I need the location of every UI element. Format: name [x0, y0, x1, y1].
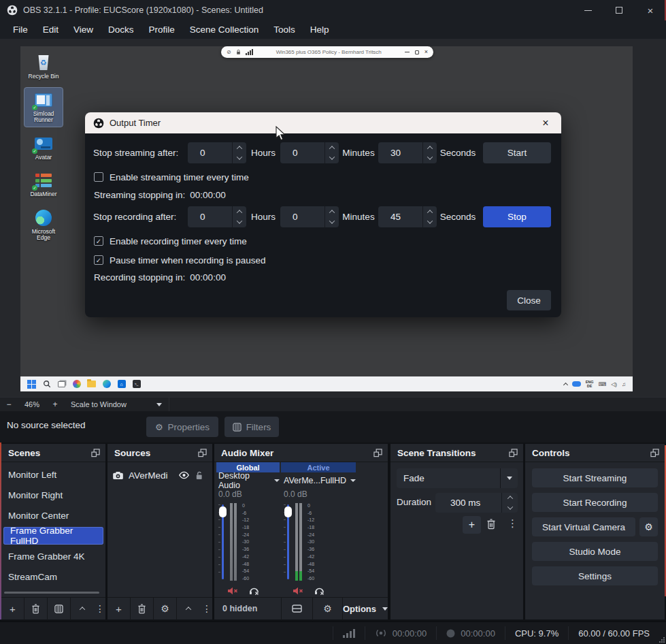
- edge-taskbar-icon[interactable]: [102, 380, 111, 389]
- scene-item[interactable]: Monitor Center: [1, 505, 105, 526]
- scenes-more-menu[interactable]: ⋮: [95, 603, 105, 614]
- language-indicator[interactable]: ENG DE: [586, 380, 594, 388]
- file-explorer-icon[interactable]: [87, 380, 96, 389]
- notifications-icon[interactable]: ♫: [622, 381, 626, 387]
- volume-slider[interactable]: [218, 503, 227, 581]
- volume-slider[interactable]: [284, 503, 293, 581]
- start-virtual-camera-button[interactable]: Start Virtual Camera: [532, 517, 635, 536]
- scale-mode-dropdown[interactable]: Scale to Window: [64, 398, 169, 411]
- menu-edit[interactable]: Edit: [35, 25, 66, 35]
- enable-streaming-timer-row[interactable]: Enable streaming timer every time: [94, 172, 249, 182]
- close-button[interactable]: ×: [635, 0, 666, 20]
- app-icon-colorful[interactable]: [72, 380, 81, 389]
- terminal-icon[interactable]: >_: [132, 380, 141, 389]
- search-icon[interactable]: [42, 380, 51, 389]
- stream-hours-spinbox[interactable]: 0: [188, 142, 246, 163]
- pill-close-icon[interactable]: ×: [424, 49, 428, 55]
- unlock-icon[interactable]: [195, 471, 203, 480]
- scene-filters-button[interactable]: [48, 598, 71, 620]
- stream-minutes-spinbox[interactable]: 0: [280, 142, 339, 163]
- properties-button[interactable]: ⚙ Properties: [146, 417, 218, 437]
- source-properties-button[interactable]: ⚙: [154, 598, 177, 620]
- desktop-icon-avatar[interactable]: ✓ Avatar: [24, 131, 63, 164]
- settings-button[interactable]: Settings: [532, 566, 658, 585]
- mute-speaker-icon[interactable]: [293, 587, 303, 595]
- record-seconds-spinbox[interactable]: 45: [378, 206, 437, 227]
- popout-icon[interactable]: [509, 449, 518, 457]
- pill-minimize-icon[interactable]: [405, 52, 410, 52]
- mixer-channel-name[interactable]: AVerMe...FullHD: [284, 475, 354, 486]
- desktop-icon-simload-runner[interactable]: ✓ Simload Runner: [24, 88, 63, 127]
- source-item[interactable]: AVerMedi: [107, 465, 212, 485]
- desktop-icon-edge[interactable]: Microsoft Edge: [24, 206, 63, 244]
- start-button-icon[interactable]: [27, 380, 36, 389]
- scene-item[interactable]: Monitor Right: [1, 485, 105, 505]
- advanced-audio-button[interactable]: ⚙: [313, 598, 343, 620]
- zoom-in-button[interactable]: +: [46, 400, 64, 409]
- spin-arrows[interactable]: [232, 206, 246, 227]
- scene-item[interactable]: StreamCam: [1, 566, 105, 587]
- dialog-titlebar[interactable]: Output Timer ×: [85, 112, 561, 133]
- spin-arrows[interactable]: [324, 142, 339, 163]
- menu-docks[interactable]: Docks: [101, 25, 141, 35]
- dialog-close-button[interactable]: Close: [507, 290, 551, 310]
- stream-seconds-spinbox[interactable]: 30: [378, 142, 437, 163]
- dialog-close-icon[interactable]: ×: [538, 117, 553, 129]
- checkbox-checked[interactable]: ✓: [94, 236, 103, 246]
- start-recording-button[interactable]: Start Recording: [532, 493, 658, 512]
- scene-item[interactable]: Monitor Left: [1, 464, 105, 485]
- desktop-icon-dataminer[interactable]: ✓ DataMiner: [24, 168, 63, 201]
- onedrive-cloud-icon[interactable]: [572, 381, 581, 387]
- pill-restore-icon[interactable]: [415, 50, 419, 54]
- menu-profile[interactable]: Profile: [141, 25, 182, 35]
- add-scene-button[interactable]: +: [1, 598, 24, 620]
- menu-file[interactable]: File: [5, 25, 35, 35]
- tray-chevron-icon[interactable]: [563, 382, 568, 387]
- scene-item[interactable]: Frame Grabber 4K: [1, 546, 105, 566]
- checkbox-unchecked[interactable]: [94, 172, 103, 182]
- scene-item-selected[interactable]: Frame Grabber FullHD: [3, 527, 103, 545]
- duration-spinbox[interactable]: 300 ms: [435, 493, 518, 513]
- add-transition-button[interactable]: +: [463, 516, 481, 534]
- studio-mode-button[interactable]: Studio Mode: [532, 542, 658, 561]
- pause-timer-row[interactable]: ✓ Pause timer when recording is paused: [94, 255, 266, 265]
- zoom-out-button[interactable]: −: [0, 400, 18, 409]
- slider-handle[interactable]: [219, 506, 227, 517]
- resize-grip[interactable]: [659, 637, 665, 643]
- popout-icon[interactable]: [91, 449, 100, 457]
- mute-speaker-icon[interactable]: [227, 587, 238, 595]
- spin-arrows[interactable]: [422, 142, 437, 163]
- store-icon[interactable]: ⌂: [117, 380, 126, 389]
- mixer-tab-active[interactable]: Active: [281, 462, 356, 472]
- spin-arrows[interactable]: [232, 142, 246, 163]
- slider-handle[interactable]: [284, 506, 292, 517]
- minimize-button[interactable]: [572, 0, 603, 20]
- spin-arrows[interactable]: [422, 206, 437, 227]
- record-minutes-spinbox[interactable]: 0: [280, 206, 339, 227]
- monitor-off-headphones-icon[interactable]: [249, 586, 259, 595]
- mixer-channel-name[interactable]: Desktop Audio: [218, 475, 280, 486]
- remove-scene-button[interactable]: [24, 598, 48, 620]
- monitor-off-headphones-icon[interactable]: [314, 586, 324, 595]
- popout-icon[interactable]: [650, 449, 659, 457]
- menu-tools[interactable]: Tools: [266, 25, 303, 35]
- menu-view[interactable]: View: [66, 25, 101, 35]
- transition-dropdown[interactable]: Fade: [397, 468, 518, 488]
- start-stream-timer-button[interactable]: Start: [483, 142, 551, 163]
- filters-button[interactable]: Filters: [224, 417, 279, 437]
- remove-source-button[interactable]: [131, 598, 154, 620]
- remote-session-bar[interactable]: ⊘ Win365 plus O365 Policy - Bernhard Tri…: [221, 46, 433, 58]
- mixer-options-button[interactable]: Options: [343, 598, 388, 620]
- sources-more-menu[interactable]: ⋮: [201, 603, 212, 614]
- task-view-icon[interactable]: [57, 380, 66, 389]
- volume-icon[interactable]: ◁): [611, 381, 617, 387]
- horizontal-scrollbar[interactable]: [4, 592, 99, 594]
- transition-more-menu[interactable]: ⋮: [507, 517, 518, 530]
- virtual-camera-settings-button[interactable]: ⚙: [639, 517, 658, 536]
- maximize-button[interactable]: [603, 0, 635, 20]
- enable-recording-timer-row[interactable]: ✓ Enable recording timer every time: [94, 236, 247, 246]
- popout-icon[interactable]: [373, 449, 382, 457]
- stop-record-timer-button[interactable]: Stop: [483, 206, 551, 227]
- spin-arrows[interactable]: [324, 206, 339, 227]
- add-source-button[interactable]: +: [107, 598, 131, 620]
